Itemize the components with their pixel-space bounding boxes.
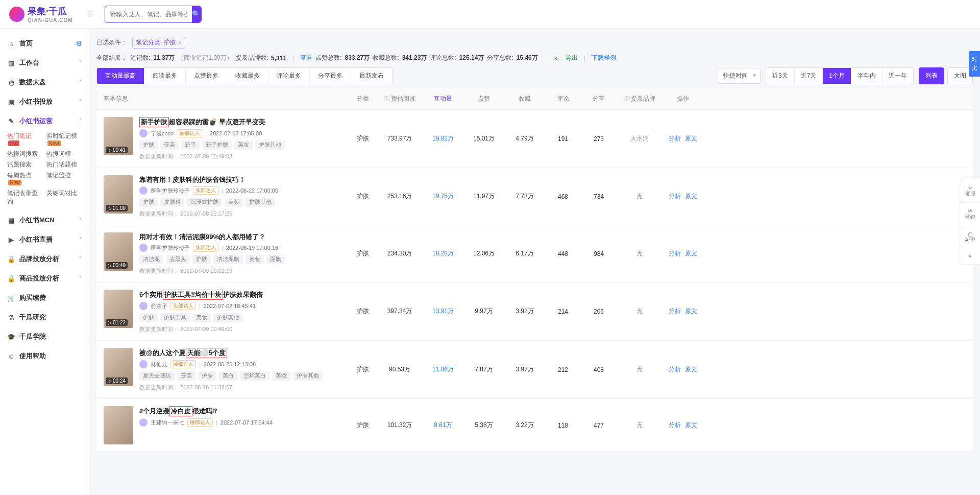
- nav-item[interactable]: 🎓千瓜学院: [0, 327, 89, 346]
- tag[interactable]: 护肤: [139, 140, 158, 150]
- nav-item[interactable]: 🔒商品投放分析˅: [0, 269, 89, 288]
- original-link[interactable]: 原文: [685, 134, 697, 143]
- note-title[interactable]: 6个实用护肤工具‼均价十块 护肤效果翻倍: [139, 290, 349, 300]
- author-name[interactable]: 宁嫚coco: [151, 130, 174, 137]
- sort-tab[interactable]: 最新发布: [351, 68, 392, 84]
- author-name[interactable]: 俞蓉子: [151, 302, 167, 310]
- view-brands-link[interactable]: 查看: [300, 54, 312, 62]
- nav-item[interactable]: ▣小红书投放˅: [0, 92, 89, 111]
- author-name[interactable]: 林仙儿: [151, 361, 167, 368]
- note-title[interactable]: 新手护肤超容易踩的雷💣 早点避开早变美: [139, 117, 349, 127]
- sort-tab[interactable]: 点赞最多: [186, 68, 227, 84]
- note-thumbnail[interactable]: ▷01:00: [104, 175, 133, 214]
- note-title[interactable]: 靠谱有用！皮肤科的护肤省钱技巧！: [139, 175, 349, 184]
- analyze-link[interactable]: 分析: [669, 134, 681, 143]
- original-link[interactable]: 原文: [685, 307, 697, 316]
- sort-tab[interactable]: 互动量最高: [97, 68, 144, 84]
- note-title[interactable]: 2个月逆袭冷白皮很难吗⁉: [139, 406, 349, 416]
- tag[interactable]: 美白: [219, 371, 237, 381]
- sort-tab[interactable]: 收藏最多: [227, 68, 268, 84]
- sort-tab[interactable]: 阅读最多: [144, 68, 186, 84]
- tag[interactable]: 美妆: [246, 255, 264, 264]
- range-button[interactable]: 近3天: [766, 68, 795, 84]
- nav-item[interactable]: ◔数据大盘˅: [0, 73, 89, 92]
- compare-float[interactable]: 对比: [969, 51, 980, 77]
- range-button[interactable]: 1个月: [823, 68, 851, 84]
- download-sample-link[interactable]: 下载样例: [592, 54, 616, 62]
- note-thumbnail[interactable]: ▷00:49: [104, 232, 133, 271]
- tag[interactable]: 美妆: [225, 198, 243, 207]
- tag[interactable]: 护肤: [139, 198, 158, 207]
- column-header[interactable]: 操作: [663, 95, 703, 103]
- note-thumbnail[interactable]: ▷00:24: [104, 348, 133, 386]
- nav-sub-item[interactable]: 笔记收录查询: [7, 189, 43, 206]
- quick-time-select[interactable]: 快捷时间: [718, 68, 761, 84]
- nav-sub-item[interactable]: 热搜词搜索: [7, 150, 43, 158]
- search-input[interactable]: [105, 6, 192, 22]
- author-avatar[interactable]: [139, 244, 148, 252]
- nav-sub-item[interactable]: 热门笔记Hot: [7, 132, 43, 148]
- original-link[interactable]: 原文: [685, 365, 697, 374]
- author-name[interactable]: 医学护肤玲玲子: [151, 244, 190, 252]
- nav-sub-item[interactable]: 话题搜索: [7, 160, 43, 169]
- column-header[interactable]: ⓘ预估阅读: [377, 95, 423, 103]
- tag[interactable]: 怎样美白: [240, 371, 270, 381]
- tag[interactable]: 护肤工具: [160, 313, 190, 322]
- tag[interactable]: 清洁泥: [139, 255, 163, 264]
- nav-sub-item[interactable]: 每周热点New: [7, 171, 43, 187]
- tag[interactable]: 美妆: [272, 371, 290, 381]
- search-button[interactable]: 🔍: [192, 6, 201, 22]
- nav-item[interactable]: ▤小红书MCN˅: [0, 210, 89, 230]
- side-tool-service[interactable]: ☺客服: [960, 179, 980, 203]
- tag[interactable]: 护肤其他: [246, 198, 275, 207]
- column-header[interactable]: 互动量: [423, 95, 463, 103]
- note-thumbnail[interactable]: ▷00:41: [104, 117, 133, 155]
- note-thumbnail[interactable]: ▷01:22: [104, 290, 133, 328]
- tag[interactable]: 去黑头: [166, 255, 190, 264]
- column-header[interactable]: 基本信息: [104, 95, 349, 103]
- tag[interactable]: 面膜: [266, 255, 285, 264]
- analyze-link[interactable]: 分析: [669, 249, 681, 258]
- analyze-link[interactable]: 分析: [669, 307, 681, 316]
- range-button[interactable]: 近一年: [883, 68, 913, 84]
- tag[interactable]: 护肤其他: [255, 140, 285, 150]
- tag[interactable]: 美妆: [234, 140, 253, 150]
- tag[interactable]: 美妆: [192, 313, 211, 322]
- column-header[interactable]: 收藏: [504, 95, 545, 103]
- close-icon[interactable]: ×: [178, 39, 182, 46]
- author-name[interactable]: 医学护肤玲玲子: [151, 187, 190, 195]
- sidebar-collapse-icon[interactable]: ☰: [87, 10, 93, 18]
- author-avatar[interactable]: [139, 129, 148, 137]
- original-link[interactable]: 原文: [685, 249, 697, 258]
- note-title[interactable]: 被@的人这个夏天能⚪5个度: [139, 348, 349, 358]
- author-name[interactable]: 王建钧一米七: [151, 419, 184, 427]
- nav-item[interactable]: ⚗千瓜研究: [0, 308, 89, 327]
- side-tool-top[interactable]: «: [960, 248, 980, 264]
- nav-sub-item[interactable]: 关键词对比: [46, 189, 83, 206]
- nav-item[interactable]: ▶小红书直播˅: [0, 230, 89, 249]
- range-button[interactable]: 近7天: [795, 68, 823, 84]
- tag[interactable]: 护肤其他: [293, 371, 323, 381]
- analyze-link[interactable]: 分析: [669, 421, 681, 430]
- column-header[interactable]: 分享: [581, 95, 617, 103]
- nav-item[interactable]: ⌂首页⚙: [0, 34, 89, 53]
- author-avatar[interactable]: [139, 418, 148, 427]
- side-tool-app[interactable]: ▢APP: [960, 226, 980, 248]
- tag[interactable]: 护肤: [192, 255, 211, 264]
- view-toggle-button[interactable]: 列表: [919, 67, 944, 84]
- author-avatar[interactable]: [139, 360, 148, 368]
- column-header[interactable]: ⓘ提及品牌: [617, 95, 663, 103]
- logo[interactable]: 果集·千瓜 QIAN-GUA.COM: [9, 5, 73, 23]
- range-button[interactable]: 半年内: [851, 68, 883, 84]
- analyze-link[interactable]: 分析: [669, 192, 681, 201]
- gear-icon[interactable]: ⚙: [76, 40, 82, 48]
- column-header[interactable]: 点赞: [463, 95, 504, 103]
- nav-item[interactable]: ☺使用帮助: [0, 346, 89, 366]
- sort-tab[interactable]: 分享最多: [310, 68, 351, 84]
- nav-item[interactable]: ▥工作台˅: [0, 53, 89, 73]
- column-header[interactable]: 分类: [349, 95, 377, 103]
- tag[interactable]: 护肤其他: [213, 313, 243, 322]
- nav-sub-item[interactable]: 笔记监控: [46, 171, 83, 187]
- tag[interactable]: 皮肤科: [160, 198, 184, 207]
- author-avatar[interactable]: [139, 302, 148, 310]
